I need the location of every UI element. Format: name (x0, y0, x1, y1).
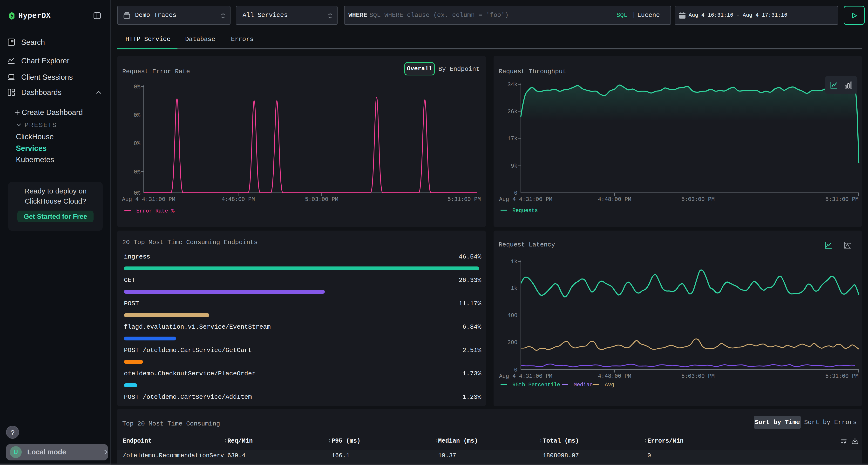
svg-text:1k: 1k (511, 259, 518, 265)
svg-text:200: 200 (507, 339, 518, 346)
svg-text:5:31:00 PM: 5:31:00 PM (825, 196, 859, 203)
svg-text:0: 0 (514, 190, 518, 196)
svg-text:5:31:00 PM: 5:31:00 PM (825, 373, 859, 379)
svg-text:0: 0 (514, 367, 518, 373)
svg-text:5:03:00 PM: 5:03:00 PM (681, 196, 715, 203)
svg-text:0%: 0% (133, 84, 140, 90)
svg-text:4:48:00 PM: 4:48:00 PM (598, 196, 631, 203)
svg-text:0%: 0% (133, 169, 140, 175)
svg-text:5:03:00 PM: 5:03:00 PM (305, 196, 338, 203)
svg-text:4:48:00 PM: 4:48:00 PM (222, 196, 255, 203)
svg-text:9k: 9k (511, 163, 518, 169)
svg-text:17k: 17k (507, 136, 518, 142)
svg-text:0%: 0% (133, 140, 140, 147)
svg-text:Aug 4 4:31:00 PM: Aug 4 4:31:00 PM (499, 373, 552, 379)
svg-text:1k: 1k (511, 285, 518, 292)
svg-text:0%: 0% (133, 112, 140, 119)
svg-text:34k: 34k (507, 82, 518, 88)
svg-text:5:03:00 PM: 5:03:00 PM (681, 373, 715, 379)
svg-text:4:48:00 PM: 4:48:00 PM (598, 373, 631, 379)
svg-text:400: 400 (507, 312, 518, 319)
svg-text:0%: 0% (133, 190, 140, 196)
svg-text:Aug 4 4:31:00 PM: Aug 4 4:31:00 PM (122, 196, 175, 203)
svg-text:Aug 4 4:31:00 PM: Aug 4 4:31:00 PM (499, 196, 552, 203)
svg-text:26k: 26k (507, 109, 518, 115)
svg-text:5:31:00 PM: 5:31:00 PM (447, 196, 481, 203)
